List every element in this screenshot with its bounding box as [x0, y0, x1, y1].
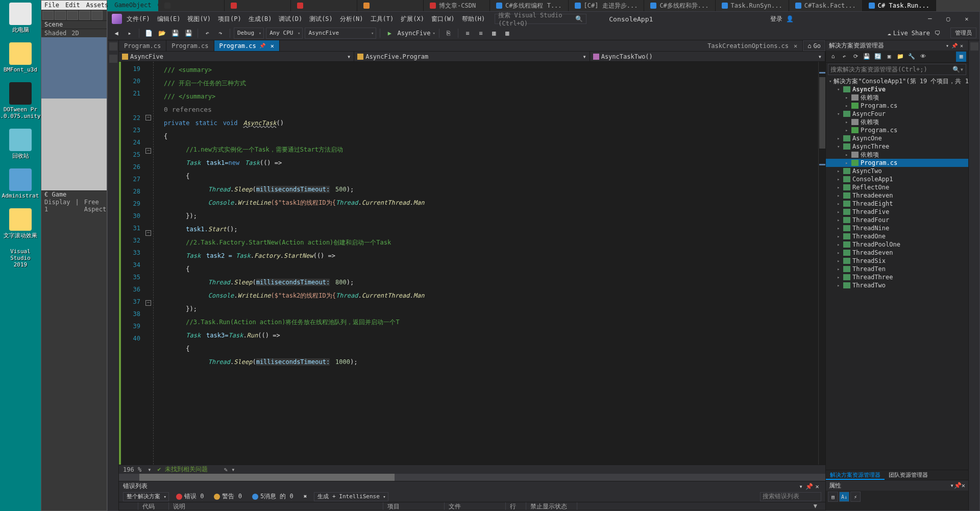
se-tree-node[interactable]: ▸依赖项 [826, 118, 968, 126]
saveall-button[interactable]: 💾 [183, 28, 194, 39]
fold-gutter[interactable]: − − − − [144, 62, 154, 465]
zoom-level[interactable]: 196 % [123, 466, 141, 473]
se-sync-button[interactable]: ⟳ [850, 52, 861, 62]
panel-pin-icon[interactable]: 📌 [954, 482, 962, 489]
unity-scene-bar[interactable]: Shaded2D [41, 29, 107, 37]
se-home-button[interactable]: ⌂ [828, 52, 838, 62]
panel-dropdown-icon[interactable]: ▾ [944, 43, 951, 48]
nav-namespace[interactable]: AsyncFive▾ [119, 52, 354, 61]
right-toolbox-gutter[interactable] [968, 40, 979, 510]
se-view-button[interactable]: ▦ [956, 52, 966, 62]
se-search-input[interactable]: 搜索解决方案资源管理器(Ctrl+;)🔍▾ [828, 64, 966, 75]
code-editor[interactable]: 1920212223242526272829303132333435363738… [119, 62, 825, 465]
vs-search-input[interactable]: 搜索 Visual Studio (Ctrl+Q)🔍 [495, 14, 586, 24]
platform-dropdown[interactable]: Any CPU [266, 28, 303, 39]
left-toolbox-gutter[interactable] [108, 40, 119, 510]
messages-filter[interactable]: 5消息 的 0 [249, 492, 297, 501]
new-button[interactable]: 📄 [143, 28, 154, 39]
se-preview-button[interactable]: 👁 [918, 52, 928, 62]
minimap[interactable] [818, 62, 825, 465]
se-tree-node[interactable]: ▸ThreadSix [826, 257, 968, 265]
menu-window[interactable]: 窗口(W) [429, 15, 457, 23]
se-tree-node[interactable]: ▸依赖项 [826, 93, 968, 102]
props-az-button[interactable]: A↓ [839, 492, 849, 502]
se-tree-node[interactable]: ▸Threadeeven [826, 191, 968, 200]
warnings-filter[interactable]: 警告 0 [211, 492, 244, 501]
nav-member[interactable]: AsyncTaskTwo()▾ [590, 52, 825, 61]
close-button[interactable]: ✕ [958, 13, 975, 25]
desktop-icon-recycle[interactable]: 回收站 [3, 129, 38, 159]
doc-tab[interactable]: TaskCreationOptions.cs✕ [702, 40, 803, 51]
se-tree-node[interactable]: ▾解决方案"ConsoleApp1"(第 19 个项目，共 19 个) [826, 77, 968, 85]
se-tree-node[interactable]: ▸ConsoleApp1 [826, 175, 968, 183]
se-refresh-button[interactable]: 🔄 [873, 52, 883, 62]
save-button[interactable]: 💾 [169, 28, 181, 39]
se-tree-node[interactable]: ▸ThreadOne [826, 232, 968, 240]
step-button[interactable]: ⎘ [443, 28, 454, 39]
se-tree-node[interactable]: ▸ThreadFour [826, 216, 968, 224]
se-back-button[interactable]: ↶ [839, 52, 849, 62]
desktop-icon-pc[interactable]: 此电脑 [3, 3, 38, 33]
build-dropdown[interactable]: 生成 + IntelliSense [314, 492, 388, 501]
fold-button[interactable]: − [145, 148, 151, 154]
se-tree-node[interactable]: ▸ThreadEight [826, 200, 968, 208]
comment-button[interactable]: ▦ [488, 28, 500, 39]
menu-test[interactable]: 测试(S) [307, 15, 335, 23]
se-tree-node[interactable]: ▸ThreadPoolOne [826, 240, 968, 249]
close-tab-icon[interactable]: ✕ [794, 42, 797, 50]
se-tree-node[interactable]: ▸ThreadThree [826, 273, 968, 281]
se-tab-solution[interactable]: 解决方案资源管理器 [826, 470, 885, 480]
panel-pin-icon[interactable]: 📌 [805, 483, 813, 490]
se-tree-node[interactable]: ▸Program.cs [826, 102, 968, 110]
se-save-button[interactable]: 💾 [862, 52, 872, 62]
menu-help[interactable]: 帮助(H) [459, 15, 488, 23]
props-cat-button[interactable]: ▤ [828, 492, 838, 502]
se-tree-node[interactable]: ▸ThreadFive [826, 208, 968, 216]
startup-dropdown[interactable]: AsyncFive [305, 28, 376, 39]
minimize-button[interactable]: ─ [921, 13, 939, 25]
error-search-input[interactable]: 搜索错误列表 [760, 492, 821, 501]
browser-tab[interactable] [357, 0, 424, 11]
panel-close-icon[interactable]: ✕ [958, 43, 965, 48]
desktop-icon-dotween[interactable]: DOTween Pr 1.0.075.unityp [3, 82, 38, 119]
menu-view[interactable]: 视图(V) [185, 15, 213, 23]
se-tree-node[interactable]: ▸Program.cs [826, 126, 968, 134]
browser-tab[interactable]: Task.RunSyn... [716, 0, 789, 11]
fold-button[interactable]: − [145, 300, 151, 306]
browser-tab[interactable]: C#多线程编程 T... [490, 0, 569, 11]
feedback-button[interactable]: 🗨 [932, 28, 943, 39]
se-tree-node[interactable]: ▸AsyncOne [826, 134, 968, 142]
uncomment-button[interactable]: ▦ [502, 28, 513, 39]
se-tree-node[interactable]: ▸ReflectOne [826, 183, 968, 191]
redo-button[interactable]: ↷ [215, 28, 226, 39]
nav-fwd-button[interactable]: ▸ [124, 28, 135, 39]
unity-menu[interactable]: FileEditAssetsGameObjectComponent [41, 1, 107, 10]
maximize-button[interactable]: ▢ [940, 13, 957, 25]
fold-button[interactable]: − [145, 230, 151, 236]
browser-tab[interactable]: C#Task.Fact... [789, 0, 863, 11]
menu-tools[interactable]: 工具(T) [368, 15, 397, 23]
outdent-button[interactable]: ≡ [475, 28, 486, 39]
se-tab-team[interactable]: 团队资源管理器 [885, 470, 932, 480]
clear-filter[interactable]: ✖ [301, 493, 310, 500]
error-columns[interactable]: 代码 说明 项目 文件 行 禁止显示状态 ▼ [119, 502, 825, 510]
indent-button[interactable]: ≡ [462, 28, 473, 39]
run-button[interactable]: ▶ [384, 28, 395, 39]
menu-debug[interactable]: 调试(D) [276, 15, 305, 23]
scope-dropdown[interactable]: 整个解决方案 [123, 492, 169, 501]
run-label[interactable]: AsyncFive [397, 30, 430, 37]
panel-pin-icon[interactable]: 📌 [951, 43, 958, 48]
browser-tab[interactable] [158, 0, 225, 11]
se-properties-button[interactable]: 🔧 [906, 52, 917, 62]
nav-class[interactable]: AsyncFive.Program▾ [354, 52, 590, 61]
doc-tab[interactable]: Program.cs [119, 40, 166, 51]
open-button[interactable]: 📂 [156, 28, 167, 39]
browser-tab[interactable] [291, 0, 357, 11]
se-tree-node[interactable]: ▾AsyncFive [826, 85, 968, 93]
minimap-thumb[interactable] [819, 77, 825, 149]
browser-tab[interactable] [225, 0, 291, 11]
desktop-icon-scroll[interactable]: 文字滚动效果 [3, 208, 38, 239]
unity-viewport[interactable] [41, 37, 107, 190]
panel-dropdown-icon[interactable]: ▾ [797, 483, 805, 490]
unity-game-bar[interactable]: Display 1|Free Aspect [41, 199, 107, 206]
